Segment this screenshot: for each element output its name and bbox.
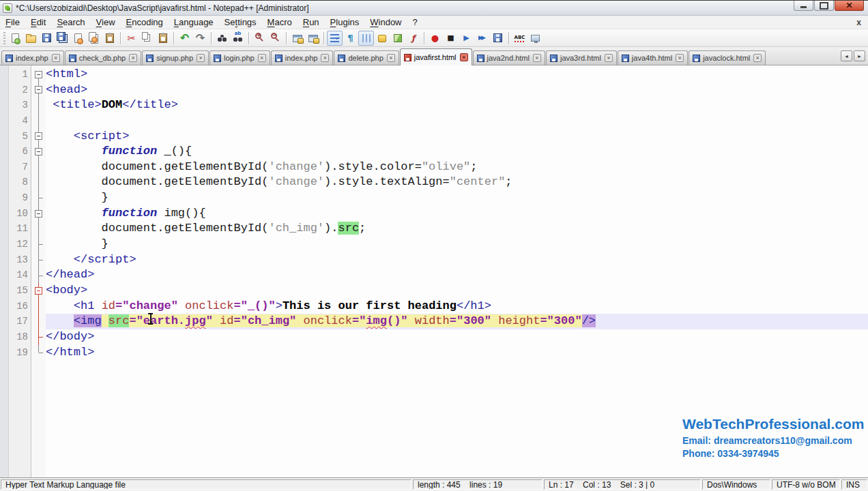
show-all-characters-button[interactable]: ¶: [343, 31, 358, 46]
close-tab-icon[interactable]: ×: [676, 54, 684, 62]
paste-button[interactable]: [155, 31, 171, 46]
code-text[interactable]: <html>: [46, 67, 868, 83]
close-file-button[interactable]: [70, 31, 86, 46]
code-line[interactable]: 7 document.getElementById('change').styl…: [0, 160, 868, 175]
line-number[interactable]: 1: [9, 67, 32, 83]
menu-encoding[interactable]: Encoding: [121, 16, 169, 28]
code-text[interactable]: }: [46, 190, 868, 206]
code-line[interactable]: 3 <title>DOM</title>: [0, 98, 868, 113]
macro-record-button[interactable]: ●: [427, 31, 443, 46]
close-tab-icon[interactable]: ×: [52, 54, 60, 62]
close-tab-icon[interactable]: ×: [129, 54, 137, 62]
menubar-close-icon[interactable]: x: [856, 18, 861, 27]
maximize-button[interactable]: [814, 1, 834, 11]
macro-stop-button[interactable]: ■: [443, 31, 459, 46]
menu-run[interactable]: Run: [298, 16, 325, 28]
code-text[interactable]: </script>: [46, 252, 868, 268]
code-line[interactable]: 6 function _(){: [0, 144, 868, 160]
code-line[interactable]: 9 }: [0, 190, 868, 206]
tab-index.php[interactable]: index.php×: [271, 50, 334, 65]
menu-edit[interactable]: Edit: [25, 16, 51, 28]
word-wrap-button[interactable]: [327, 31, 343, 46]
code-text[interactable]: document.getElementById('ch_img').src;: [46, 221, 868, 237]
line-number[interactable]: 3: [9, 98, 32, 113]
menu-search[interactable]: Search: [51, 16, 90, 28]
code-line[interactable]: 12 }: [0, 237, 868, 252]
fold-collapse-icon[interactable]: [32, 83, 46, 98]
line-number[interactable]: 11: [9, 221, 32, 237]
menu-file[interactable]: File: [0, 16, 25, 28]
line-number[interactable]: 18: [9, 329, 32, 345]
code-line[interactable]: 2<head>: [0, 83, 868, 98]
save-file-button[interactable]: [39, 31, 55, 46]
document-monitor-button[interactable]: [527, 31, 543, 46]
code-text[interactable]: [46, 113, 868, 129]
tab-java4th.html[interactable]: java4th.html×: [618, 50, 688, 65]
code-text[interactable]: <h1 id="change" onclick="_()">This is ou…: [46, 299, 868, 314]
code-text[interactable]: <head>: [46, 83, 868, 98]
find-button[interactable]: [214, 31, 230, 46]
tab-check_db.php[interactable]: check_db.php×: [65, 50, 142, 65]
redo-button[interactable]: ↷: [192, 31, 208, 46]
code-text[interactable]: }: [46, 237, 868, 252]
code-line[interactable]: 15<body>: [0, 283, 868, 299]
code-text[interactable]: <img src="earth.jpg" id="ch_img" onclick…: [46, 314, 868, 329]
fold-collapse-icon[interactable]: [32, 206, 46, 222]
menu-window[interactable]: Window: [364, 16, 407, 28]
print-button[interactable]: [102, 31, 117, 46]
code-text[interactable]: <title>DOM</title>: [46, 98, 868, 113]
code-line[interactable]: 13 </script>: [0, 252, 868, 268]
open-file-button[interactable]: [23, 31, 39, 46]
line-number[interactable]: 2: [9, 83, 32, 98]
sync-horizontal-scrolling-button[interactable]: [305, 31, 321, 46]
tab-index.php[interactable]: index.php×: [1, 50, 64, 65]
line-number[interactable]: 4: [9, 113, 32, 129]
close-tab-icon[interactable]: ×: [197, 54, 205, 62]
line-number[interactable]: 9: [9, 190, 32, 206]
code-text[interactable]: </html>: [46, 345, 868, 361]
replace-button[interactable]: [230, 31, 246, 46]
close-tab-icon[interactable]: ×: [387, 54, 395, 62]
new-file-button[interactable]: [8, 31, 23, 46]
line-number[interactable]: 15: [9, 283, 32, 299]
code-line[interactable]: 18</body>: [0, 329, 868, 345]
code-line[interactable]: 8 document.getElementById('change').styl…: [0, 175, 868, 190]
line-number[interactable]: 16: [9, 299, 32, 314]
line-number[interactable]: 17: [9, 314, 32, 329]
close-tab-icon[interactable]: ×: [753, 54, 762, 62]
menu-language[interactable]: Language: [169, 16, 219, 28]
code-line[interactable]: 5 <script>: [0, 129, 868, 145]
cut-button[interactable]: ✂: [124, 31, 139, 46]
minimize-button[interactable]: [794, 1, 813, 11]
spell-check-button[interactable]: ABC: [512, 31, 527, 46]
fold-collapse-icon[interactable]: [32, 144, 46, 160]
menu-view[interactable]: View: [91, 16, 121, 28]
tab-java2nd.html[interactable]: java2nd.html×: [473, 50, 545, 65]
code-text[interactable]: </head>: [46, 267, 868, 283]
line-number[interactable]: 13: [9, 252, 32, 268]
macro-playback-button[interactable]: ▶: [459, 31, 474, 46]
close-window-button[interactable]: ✕: [835, 1, 864, 11]
line-number[interactable]: 14: [9, 267, 32, 283]
menu-settings[interactable]: Settings: [219, 16, 262, 28]
document-map-button[interactable]: [390, 31, 405, 46]
close-all-button[interactable]: [86, 31, 102, 46]
code-line[interactable]: 14</head>: [0, 267, 868, 283]
line-number[interactable]: 19: [9, 345, 32, 361]
tab-login.php[interactable]: login.php×: [209, 50, 270, 65]
menu-?[interactable]: ?: [407, 16, 423, 28]
line-number[interactable]: 10: [9, 206, 32, 222]
code-line[interactable]: 1<html>: [0, 67, 868, 83]
code-text[interactable]: function _(){: [46, 144, 868, 160]
show-indent-guide-button[interactable]: [358, 31, 374, 46]
scroll-tabs-left-button[interactable]: ◄: [841, 50, 852, 61]
line-number[interactable]: 12: [9, 237, 32, 252]
close-tab-icon[interactable]: ×: [605, 54, 613, 62]
code-text[interactable]: function img(){: [46, 206, 868, 222]
fold-collapse-icon[interactable]: [32, 283, 46, 299]
define-your-language-button[interactable]: [374, 31, 390, 46]
close-tab-icon[interactable]: ×: [321, 54, 329, 62]
code-line[interactable]: 11 document.getElementById('ch_img').src…: [0, 221, 868, 237]
code-text[interactable]: </body>: [46, 329, 868, 345]
macro-save-button[interactable]: [490, 31, 506, 46]
